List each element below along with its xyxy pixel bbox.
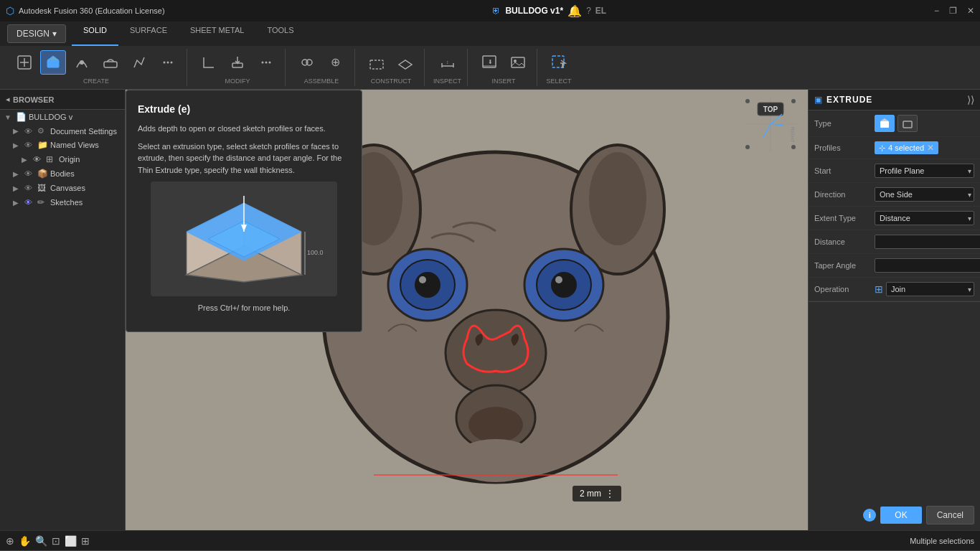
user-icon[interactable]: EL <box>595 6 606 16</box>
distance-input[interactable]: 2 mm <box>875 235 980 249</box>
file-title: BULLDOG v1* <box>505 6 563 16</box>
svg-point-15 <box>306 60 312 65</box>
fit-icon[interactable]: ⊡ <box>52 535 60 547</box>
viewport[interactable]: Extrude (e) Adds depth to open or closed… <box>126 90 808 530</box>
start-select-wrapper[interactable]: Profile Plane <box>875 164 974 178</box>
tab-solid[interactable]: SOLID <box>72 22 118 46</box>
eye-icon[interactable]: 👁 <box>24 141 34 149</box>
direction-select[interactable]: One Side <box>875 187 974 202</box>
info-button[interactable]: i <box>863 509 876 522</box>
viewcube[interactable]: TOP RIGHT <box>742 95 799 153</box>
left-arrow-icon[interactable]: ◂ <box>6 95 10 104</box>
tree-item-label: Sketches <box>50 198 121 207</box>
eye-icon[interactable]: 👁 <box>24 184 34 192</box>
grid-icon[interactable]: ⊞ <box>81 535 90 547</box>
tree-item-doc-settings[interactable]: ▶ 👁 ⚙ Document Settings <box>0 124 125 138</box>
bodies-icon: 📦 <box>37 169 47 179</box>
create-group: CREATE <box>6 49 187 86</box>
file-icon: 📄 <box>16 112 26 122</box>
minimize-button[interactable]: − <box>934 6 939 16</box>
joint-button[interactable] <box>294 50 320 75</box>
tab-surface[interactable]: SURFACE <box>118 22 179 46</box>
measure-button[interactable]: ↕ <box>435 50 461 75</box>
measure-more-icon[interactable]: ⋮ <box>606 489 614 499</box>
eye-icon[interactable]: 👁 <box>24 198 34 207</box>
svg-point-5 <box>80 60 84 65</box>
profiles-count: 4 selected <box>888 143 924 152</box>
views-icon: 📁 <box>37 140 47 150</box>
extrude-button[interactable] <box>40 50 66 75</box>
more-create-button[interactable] <box>155 50 181 75</box>
gear-icon[interactable]: ⚙ <box>37 126 47 136</box>
extent-type-label: Extent Type <box>814 214 872 222</box>
zoom-icon[interactable]: 🔍 <box>35 535 47 547</box>
svg-point-13 <box>269 62 271 64</box>
expand-icon: ▼ <box>4 113 13 121</box>
offset-plane-button[interactable] <box>392 50 418 75</box>
tab-sheet-metal[interactable]: SHEET METAL <box>179 22 255 46</box>
press-pull-button[interactable] <box>225 50 250 75</box>
cursor-icon: ⊹ <box>879 143 885 153</box>
insert-image-button[interactable] <box>505 50 531 75</box>
tree-item-origin[interactable]: ▶ 👁 ⊞ Origin <box>0 152 125 166</box>
select-group: SELECT <box>540 49 578 86</box>
help-icon[interactable]: ? <box>586 6 591 16</box>
sketch-button[interactable] <box>126 50 152 75</box>
modify-label: MODIFY <box>225 77 250 85</box>
sweep-button[interactable] <box>98 50 123 75</box>
insert-canvas-button[interactable]: ⬇ <box>476 50 502 75</box>
expand-panel-icon[interactable]: ⟩⟩ <box>967 94 974 105</box>
construct-label: CONSTRUCT <box>371 77 412 85</box>
extent-type-select[interactable]: Distance <box>875 211 974 225</box>
new-component-button[interactable] <box>11 50 37 75</box>
operation-select[interactable]: Join <box>886 282 974 296</box>
svg-rect-17 <box>370 60 383 69</box>
construct-group: CONSTRUCT <box>358 49 425 86</box>
close-button[interactable]: ✕ <box>967 6 974 16</box>
design-button[interactable]: DESIGN ▾ <box>7 24 66 43</box>
svg-rect-25 <box>512 57 524 67</box>
tree-item-named-views[interactable]: ▶ 👁 📁 Named Views <box>0 138 125 152</box>
svg-line-64 <box>771 124 783 126</box>
orbit-icon[interactable]: ⊕ <box>6 535 14 547</box>
more-modify-button[interactable] <box>253 50 279 75</box>
viewcube-label: TOP <box>763 105 778 113</box>
tree-item-canvases[interactable]: ▶ 👁 🖼 Canvases <box>0 181 125 195</box>
notifications-icon[interactable]: 🔔 <box>567 4 582 18</box>
eye-icon[interactable]: 👁 <box>24 127 34 136</box>
start-select[interactable]: Profile Plane <box>875 164 974 178</box>
svg-point-48 <box>551 272 577 298</box>
type-thin-button[interactable] <box>897 115 918 132</box>
tree-item-sketches[interactable]: ▶ 👁 ✏ Sketches <box>0 195 125 209</box>
tree-item-bulldog[interactable]: ▼ 📄 BULLDOG v <box>0 110 125 124</box>
select-button[interactable] <box>546 50 572 75</box>
insert-group: ⬇ INSERT <box>471 49 537 86</box>
direction-select-wrapper[interactable]: One Side <box>875 187 974 202</box>
type-solid-button[interactable] <box>875 115 895 132</box>
eye-icon[interactable]: 👁 <box>33 155 43 164</box>
display-icon[interactable]: ⬜ <box>65 535 77 547</box>
taper-input[interactable]: 0.0 deg <box>875 258 980 273</box>
extent-type-select-wrapper[interactable]: Distance <box>875 211 974 225</box>
tree-item-bodies[interactable]: ▶ 👁 📦 Bodies <box>0 166 125 181</box>
cancel-button[interactable]: Cancel <box>926 506 974 524</box>
ok-button[interactable]: OK <box>880 507 921 524</box>
move-button[interactable]: ⊕ <box>323 50 349 75</box>
eye-icon[interactable]: 👁 <box>24 169 34 178</box>
tab-tools[interactable]: TOOLS <box>255 22 305 46</box>
operation-select-wrapper[interactable]: Join <box>886 282 974 296</box>
svg-point-49 <box>555 276 562 283</box>
svg-rect-68 <box>903 121 912 128</box>
expand-icon: ▶ <box>13 199 22 207</box>
maximize-button[interactable]: ❐ <box>949 6 957 16</box>
svg-point-61 <box>791 145 796 149</box>
clear-profiles-button[interactable]: ✕ <box>927 143 934 153</box>
fillet-button[interactable] <box>196 50 222 75</box>
tree-item-label: Origin <box>59 155 121 164</box>
pan-icon[interactable]: ✋ <box>19 535 31 547</box>
revolve-button[interactable] <box>69 50 95 75</box>
assemble-group: ⊕ ASSEMBLE <box>288 49 355 86</box>
status-left: ⊕ ✋ 🔍 ⊡ ⬜ ⊞ <box>6 535 90 547</box>
construct-button[interactable] <box>364 50 390 75</box>
measure-value: 2 mm <box>580 489 601 499</box>
